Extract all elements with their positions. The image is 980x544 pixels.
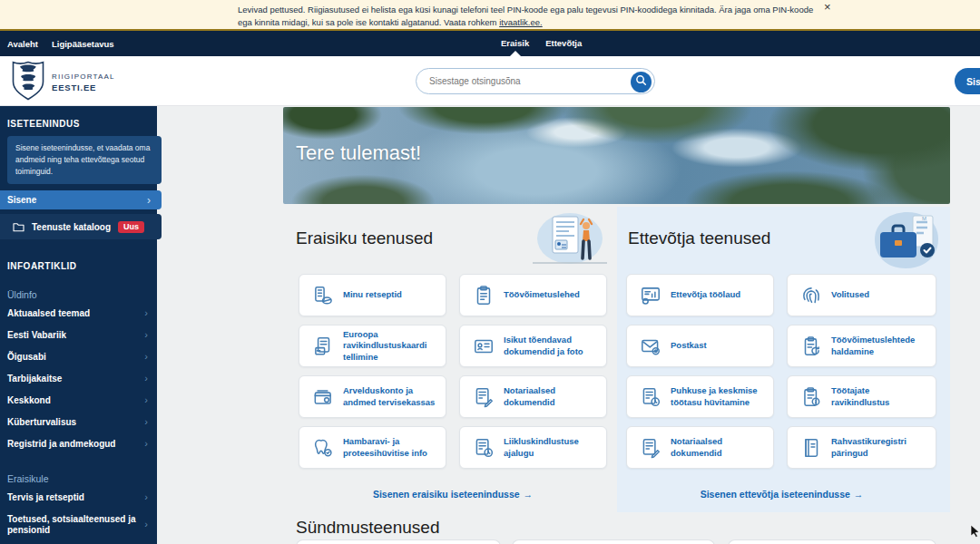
chevron-right-icon: › <box>144 351 148 362</box>
chevron-right-icon: › <box>144 307 148 318</box>
service-card-label: Volitused <box>831 289 869 301</box>
sidebar-group-heading: Eraisikule <box>7 473 157 484</box>
service-card-hambaravi-ja-proteesih-vitise-info[interactable]: Hambaravi- ja proteesihüvitise info <box>299 426 446 469</box>
service-card-label: Hambaravi- ja proteesihüvitise info <box>343 436 438 459</box>
sidebar: ISETEENINDUS Sisene iseteenindusse, et v… <box>0 106 157 544</box>
selfservice-title: ISETEENINDUS <box>7 119 157 129</box>
service-card-volitused[interactable]: Volitused <box>787 274 936 316</box>
service-card-euroopa-ravikindlustuskaardi-tellimine[interactable]: Euroopa ravikindlustuskaardi tellimine <box>299 325 446 367</box>
service-card-isikut-t-endavad-dokumendid-ja-foto[interactable]: Isikut tõendavad dokumendid ja foto <box>459 325 607 367</box>
chevron-right-icon: › <box>147 194 151 207</box>
business-login-link[interactable]: Sisenen ettevõtja iseteenindusse→ <box>626 489 937 500</box>
nav-link-ligipaasetavus[interactable]: Ligipääsetavus <box>52 39 114 49</box>
sidebar-item-aktuaalsed-teemad[interactable]: Aktuaalsed teemad› <box>0 303 157 325</box>
insurance-history-icon <box>472 436 495 460</box>
tab-ettevotja[interactable]: Ettevõtja <box>545 31 582 56</box>
leave-compensation-icon <box>639 385 662 409</box>
selfservice-info-card: Sisene iseteenindusse, et vaadata oma an… <box>7 136 162 184</box>
event-card-stub[interactable] <box>512 539 715 544</box>
service-card-minu-retseptid[interactable]: Minu retseptid <box>299 274 446 316</box>
logo-line1: Riigiportaal <box>52 73 115 81</box>
coat-of-arms-icon <box>11 60 45 105</box>
riigiportaal-page: Levivad pettused. Riigiasutused ei helis… <box>0 0 980 544</box>
sidebar-item-toetused-sotsiaalteenused-ja-pensionid[interactable]: Toetused, sotsiaalteenused ja pensionid› <box>0 509 157 541</box>
mailbox-icon <box>639 335 662 358</box>
arrow-right-icon: → <box>524 489 534 500</box>
service-card-label: Notariaalsed dokumendid <box>671 436 766 459</box>
dashboard-icon <box>639 284 662 307</box>
event-card-stub[interactable] <box>728 539 936 544</box>
person-document-illustration <box>531 211 609 266</box>
sidebar-group-heading: Üldinfo <box>7 289 157 300</box>
sidebar-item-registrid-ja-andmekogud[interactable]: Registrid ja andmekogud› <box>0 433 157 455</box>
tab-eraisik[interactable]: Eraisik <box>501 31 529 56</box>
service-card-label: Töötajate ravikindlustus <box>831 385 928 408</box>
service-card-label: Töövõimetuslehtede haldamine <box>831 335 928 357</box>
chevron-right-icon: › <box>144 394 148 405</box>
infoarticles-title: INFOARTIKLID <box>7 261 157 271</box>
service-card-liikluskindlustuse-ajalugu[interactable]: Liikluskindlustuse ajalugu <box>459 426 607 469</box>
sidebar-item-tervis-ja-retseptid[interactable]: Tervis ja retseptid› <box>0 487 157 509</box>
header-login-button[interactable]: Sisene <box>955 68 980 94</box>
personal-login-link[interactable]: Sisenen eraisiku iseteenindusse→ <box>299 489 607 500</box>
notary-document-icon <box>472 385 495 409</box>
search-button[interactable] <box>631 72 652 92</box>
eesti-ee-logo[interactable]: Riigiportaal EESTI.EE <box>11 60 115 105</box>
search-input[interactable] <box>429 70 611 92</box>
health-card-icon <box>311 335 335 358</box>
dental-icon <box>311 436 335 460</box>
chevron-right-icon: › <box>144 373 148 384</box>
arrow-right-icon: → <box>854 489 864 500</box>
close-icon[interactable]: × <box>824 0 831 15</box>
service-card-t-v-imetuslehtede-haldamine[interactable]: Töövõimetuslehtede haldamine <box>787 325 936 367</box>
service-card-label: Isikut tõendavad dokumendid ja foto <box>504 335 599 357</box>
search-box <box>416 68 655 94</box>
service-card-arvelduskonto-ja-andmed-tervisekassas[interactable]: Arvelduskonto ja andmed tervisekassas <box>299 375 446 418</box>
service-card-rahvastikuregistri-p-ringud[interactable]: Rahvastikuregistri päringud <box>787 426 936 469</box>
scam-alert-banner: Levivad pettused. Riigiasutused ei helis… <box>0 0 980 31</box>
event-card-stub[interactable] <box>296 539 501 544</box>
logo-line2: EESTI.EE <box>52 83 115 92</box>
sidebar-item-eesti-vabariik[interactable]: Eesti Vabariik› <box>0 325 157 346</box>
sidebar-nav-groups: ÜldinfoAktuaalsed teemad›Eesti Vabariik›… <box>0 289 157 544</box>
sidebar-item-igusabi[interactable]: Õigusabi› <box>0 346 157 368</box>
personal-services-title: Eraisiku teenused <box>296 228 433 248</box>
service-card-label: Liikluskindlustuse ajalugu <box>504 436 599 459</box>
search-icon <box>635 74 647 89</box>
itvaatlik-link[interactable]: itvaatlik.ee. <box>499 17 543 27</box>
service-card-label: Puhkuse ja keskmise töötasu hüvitamine <box>671 385 766 408</box>
business-services-title: Ettevõtja teenused <box>628 228 770 248</box>
top-nav-left: Avaleht Ligipääsetavus <box>7 31 114 56</box>
nav-link-avaleht[interactable]: Avaleht <box>7 39 38 49</box>
service-card-notariaalsed-dokumendid[interactable]: Notariaalsed dokumendid <box>626 426 774 469</box>
site-header: Riigiportaal EESTI.EE Sisene <box>0 56 980 106</box>
service-card-puhkuse-ja-keskmise-t-tasu-h-vitamine[interactable]: Puhkuse ja keskmise töötasu hüvitamine <box>626 375 774 418</box>
chevron-right-icon: › <box>144 491 148 502</box>
service-card-label: Rahvastikuregistri päringud <box>831 436 928 459</box>
business-services-grid: Ettevõtja töölaudVolitusedPostkastTöövõi… <box>626 274 936 469</box>
chevron-right-icon: › <box>144 329 148 340</box>
service-card-ettev-tja-t-laud[interactable]: Ettevõtja töölaud <box>626 274 774 316</box>
service-card-label: Postkast <box>671 340 707 352</box>
svg-text:M: M <box>922 216 926 221</box>
hero-image: Tere tulemast! <box>283 107 950 204</box>
sick-leave-manage-icon <box>799 335 823 358</box>
chevron-right-icon: › <box>144 438 148 449</box>
sidebar-login-button[interactable]: Sisene › <box>0 190 162 209</box>
bank-account-icon <box>311 385 335 409</box>
service-card-t-v-imetuslehed[interactable]: Töövõimetuslehed <box>459 274 607 316</box>
service-card-postkast[interactable]: Postkast <box>626 325 774 367</box>
service-card-label: Euroopa ravikindlustuskaardi tellimine <box>343 329 438 364</box>
active-tab-caret <box>510 51 521 56</box>
notary-document-icon <box>639 436 662 460</box>
sidebar-item-tarbijakaitse[interactable]: Tarbijakaitse› <box>0 368 157 390</box>
chevron-right-icon: › <box>144 416 148 427</box>
top-nav-bar: Avaleht Ligipääsetavus Eraisik Ettevõtja <box>0 31 980 56</box>
service-card-label: Ettevõtja töölaud <box>671 289 740 301</box>
sidebar-item-teenuste-kataloog[interactable]: Teenuste kataloog Uus <box>0 214 162 239</box>
personal-services-grid: Minu retseptidTöövõimetuslehedEuroopa ra… <box>299 274 607 469</box>
sidebar-item-keskkond[interactable]: Keskkond› <box>0 390 157 412</box>
sidebar-item-k-berturvalisus[interactable]: Küberturvalisus› <box>0 412 157 433</box>
service-card-notariaalsed-dokumendid[interactable]: Notariaalsed dokumendid <box>459 375 607 418</box>
service-card-t-tajate-ravikindlustus[interactable]: Töötajate ravikindlustus <box>787 375 936 418</box>
